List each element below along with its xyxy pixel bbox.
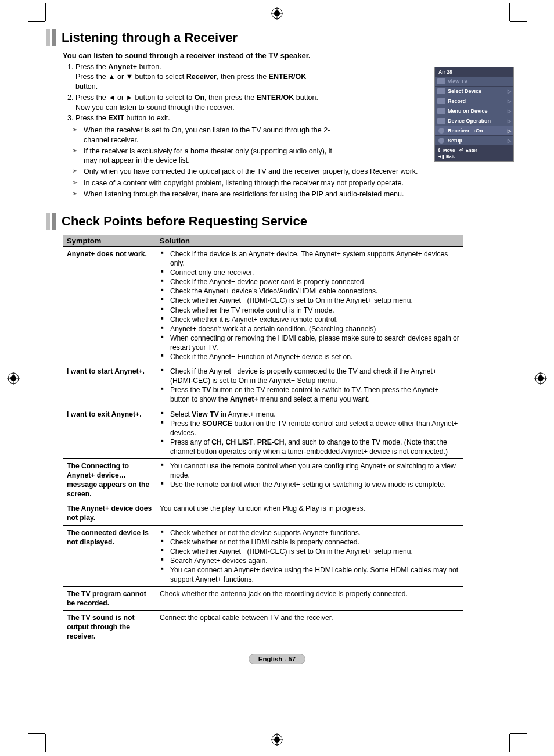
step-text: Press the EXIT button to exit. [75, 114, 170, 122]
symptom-cell: I want to start Anynet+. [63, 364, 156, 407]
chevron-right-icon: ▷ [508, 138, 511, 144]
page-footer: English - 57 [46, 654, 508, 664]
symptom-cell: The Connecting to Anynet+ device… messag… [63, 458, 156, 501]
solution-cell: Check whether the antenna jack on the re… [156, 587, 463, 611]
osd-channel: Air 28 [435, 67, 513, 77]
registration-mark-top [271, 7, 283, 20]
solution-item: Check whether the TV remote control is i… [160, 306, 459, 315]
step-item: Press the Anynet+ button.Press the ▲ or … [75, 62, 325, 92]
osd-item-select-device: Select Device ▷ [435, 87, 513, 96]
solution-item: Press the TV button on the TV remote con… [160, 385, 459, 404]
enter-icon: ⏎ [459, 148, 463, 153]
table-row: The Connecting to Anynet+ device… messag… [63, 458, 463, 501]
table-header-symptom: Symptom [63, 235, 156, 247]
section-title: Check Points before Requesting Service [62, 214, 307, 229]
solution-item: Anynet+ doesn't work at a certain condit… [160, 324, 459, 334]
table-header-solution: Solution [156, 235, 463, 247]
solution-item: When connecting or removing the HDMI cab… [160, 334, 459, 352]
solution-cell: Check whether or not the device supports… [156, 525, 463, 587]
table-row: I want to exit Anynet+.Select View TV in… [63, 407, 463, 458]
chevron-right-icon: ▷ [508, 109, 511, 114]
symptom-cell: I want to exit Anynet+. [63, 407, 156, 458]
crop-line [28, 21, 45, 22]
symptom-cell: The TV program cannot be recorded. [63, 587, 156, 611]
symptom-cell: The connected device is not displayed. [63, 525, 156, 587]
solution-item: Check if the Anynet+ device power cord i… [160, 277, 459, 286]
receiver-icon [438, 128, 444, 134]
solution-cell: Check if the device is an Anynet+ device… [156, 247, 463, 364]
solution-item: Check whether or not the device supports… [160, 528, 459, 538]
solution-item: You can connect an Anynet+ device using … [160, 565, 459, 584]
solution-item: Select View TV in Anynet+ menu. [160, 410, 459, 419]
solution-item: Check if the device is an Anynet+ device… [160, 249, 459, 268]
solution-item: Check whether Anynet+ (HDMI-CEC) is set … [160, 296, 459, 305]
table-row: The Anynet+ device does not play.You can… [63, 501, 463, 525]
osd-item-receiver: Receiver :On ▷ [435, 126, 513, 136]
registration-mark-right [534, 372, 547, 385]
crop-line [510, 21, 527, 22]
osd-panel: Air 28 View TV Select Device ▷ Record ▷ … [435, 67, 513, 161]
solution-item: Press the SOURCE button on the TV remote… [160, 419, 459, 438]
note-item: Only when you have connected the optical… [72, 167, 508, 176]
step-item: Press the EXIT button to exit. [75, 113, 325, 123]
gear-icon [438, 138, 444, 144]
table-row: Anynet+ does not work.Check if the devic… [63, 247, 463, 364]
operation-icon [437, 118, 445, 124]
solution-cell: Connect the optical cable between TV and… [156, 611, 463, 644]
solution-cell: You cannot use the play function when Pl… [156, 501, 463, 525]
page-content: Listening through a Receiver You can lis… [46, 29, 508, 715]
note-item: When listening through the receiver, the… [72, 189, 508, 199]
device-icon [437, 88, 445, 94]
osd-item-record: Record ▷ [435, 96, 513, 106]
solution-item: Check whether Anynet+ (HDMI-CEC) is set … [160, 547, 459, 556]
crop-line [45, 3, 46, 21]
section-heading-receiver: Listening through a Receiver [46, 29, 508, 46]
page-number-badge: English - 57 [249, 654, 306, 664]
solution-cell: You cannot use the remote control when y… [156, 458, 463, 501]
solution-item: Check if the Anynet+ device is properly … [160, 367, 459, 385]
registration-mark-left [7, 372, 20, 385]
step-text: Press the ◄ or ► button to select to On,… [75, 94, 318, 112]
solution-item: Use the remote control when the Anynet+ … [160, 480, 459, 489]
solution-item: Connect only one receiver. [160, 268, 459, 277]
solution-item: Check if the Anynet+ Function of Anynet+… [160, 352, 459, 361]
table-row: The connected device is not displayed.Ch… [63, 525, 463, 587]
symptom-cell: The TV sound is not output through the r… [63, 611, 156, 644]
osd-item-menu-on-device: Menu on Device ▷ [435, 106, 513, 116]
section-heading-checkpoints: Check Points before Requesting Service [46, 213, 508, 230]
osd-item-setup: Setup ▷ [435, 136, 513, 146]
heading-bars-icon [46, 29, 56, 46]
solution-cell: Select View TV in Anynet+ menu.Press the… [156, 407, 463, 458]
section-subhead: You can listen to sound through a receiv… [63, 51, 508, 60]
table-row: The TV sound is not output through the r… [63, 611, 463, 644]
table-row: The TV program cannot be recorded.Check … [63, 587, 463, 611]
solution-item: You cannot use the remote control when y… [160, 461, 459, 480]
step-text: Press the Anynet+ button.Press the ▲ or … [75, 63, 306, 91]
chevron-right-icon: ▷ [508, 89, 511, 94]
chevron-right-icon: ▷ [508, 128, 511, 134]
steps-list: Press the Anynet+ button.Press the ▲ or … [63, 62, 325, 123]
note-item: In case of a content with copyright prob… [72, 178, 508, 188]
exit-icon: ◄▮ [437, 154, 444, 159]
record-icon [437, 98, 445, 104]
table-row: I want to start Anynet+.Check if the Any… [63, 364, 463, 407]
osd-item-device-operation: Device Operation ▷ [435, 116, 513, 126]
solution-cell: Check if the Anynet+ device is properly … [156, 364, 463, 407]
step-item: Press the ◄ or ► button to select to On,… [75, 93, 325, 113]
heading-bars-icon [46, 213, 56, 230]
osd-footer: ⇕Move ⏎Enter ◄▮Exit [435, 146, 513, 161]
menu-icon [437, 108, 445, 114]
crop-line [509, 3, 510, 21]
chevron-right-icon: ▷ [508, 119, 511, 124]
solution-item: Check whether it is Anynet+ exclusive re… [160, 315, 459, 324]
osd-item-view-tv: View TV [435, 77, 513, 87]
symptom-cell: Anynet+ does not work. [63, 247, 156, 364]
solution-item: Check whether or not the HDMI cable is p… [160, 538, 459, 547]
solution-item: Search Anynet+ devices again. [160, 556, 459, 565]
section-title: Listening through a Receiver [62, 30, 238, 45]
chevron-right-icon: ▷ [508, 99, 511, 104]
updown-arrow-icon: ⇕ [437, 148, 441, 153]
troubleshoot-table: Symptom Solution Anynet+ does not work.C… [63, 235, 463, 644]
symptom-cell: The Anynet+ device does not play. [63, 501, 156, 525]
solution-item: Check the Anynet+ device's Video/Audio/H… [160, 286, 459, 296]
